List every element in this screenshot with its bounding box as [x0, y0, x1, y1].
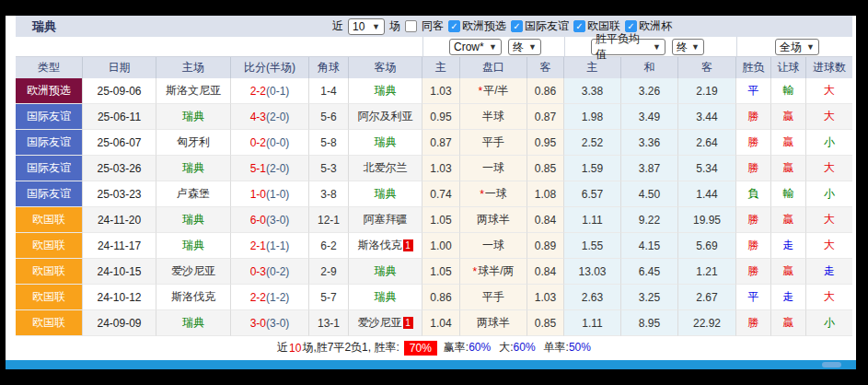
avg-state-select[interactable]: 终 ▼: [672, 39, 704, 55]
same-away-label[interactable]: 同客: [422, 18, 444, 34]
cell-result-wdl: 勝: [736, 207, 771, 233]
bookmaker-select[interactable]: Crow* ▼: [449, 39, 502, 55]
handicap-star: *: [478, 85, 482, 98]
cell-date: 24-11-20: [83, 207, 156, 233]
team-title: 瑞典: [16, 18, 56, 35]
cell-result-goals: 大: [806, 78, 852, 104]
filter-label[interactable]: 欧洲预选: [462, 18, 506, 34]
scope-select[interactable]: 全场 ▼: [775, 39, 819, 55]
col-handicap: 盘口: [460, 57, 527, 78]
handicap-text: 平手: [482, 289, 504, 305]
cell-type: 国际友谊: [16, 156, 83, 181]
cell-result-goals: 小: [806, 310, 852, 336]
cell-away: 瑞典: [349, 259, 422, 285]
handicap-rate: 赢率:60%: [444, 340, 491, 356]
cell-odds-home: 1.05: [422, 207, 460, 233]
bookmaker-state-select[interactable]: 终 ▼: [508, 39, 541, 55]
cell-avg-win: 2.52: [564, 130, 621, 156]
home-team-name: 爱沙尼亚: [171, 263, 215, 279]
cell-type: 欧国联: [16, 207, 83, 233]
away-team-name: 斯洛伐克: [358, 238, 402, 253]
competition-type-badge: 国际友谊: [16, 104, 82, 129]
cell-avg-lose: 5.34: [678, 156, 736, 181]
cell-home: 斯洛伐克: [156, 285, 231, 310]
cell-result-handicap: 走: [771, 285, 806, 310]
cell-odds-away: 0.85: [527, 310, 564, 336]
cell-handicap: *两球半: [460, 310, 527, 336]
cell-result-goals: 小: [806, 181, 852, 207]
half-time-score: (1-0): [266, 188, 289, 201]
cell-result-handicap: 贏: [771, 156, 806, 181]
cell-result-goals: 大: [806, 233, 852, 259]
half-time-score: (2-0): [266, 111, 289, 123]
filter-friendly[interactable]: ✓ 国际友谊: [511, 18, 569, 34]
cell-result-handicap: 贏: [771, 310, 806, 336]
cell-avg-draw: 3.87: [621, 156, 678, 181]
cell-corner: 13-1: [309, 310, 349, 336]
full-time-score: 6-0: [250, 214, 266, 227]
cell-score: 6-0(3-0): [231, 207, 309, 233]
cell-odds-away: 0.84: [527, 259, 564, 285]
cell-result-goals: 小: [806, 130, 852, 156]
home-team-name: 斯洛伐克: [171, 289, 215, 305]
summary-footer: 近10场,胜7平2负1, 胜率: 70% 赢率:60% 大:60% 单率:50%: [16, 336, 852, 359]
cell-odds-home: 0.74: [422, 181, 460, 207]
cell-handicap: *平手: [460, 285, 527, 310]
scope-value: 全场: [780, 40, 802, 55]
checkbox-checked-icon[interactable]: ✓: [448, 20, 460, 32]
full-time-score: 1-0: [250, 188, 266, 201]
handicap-text: 平手: [482, 134, 504, 150]
cell-corner: 6-2: [309, 233, 349, 259]
cell-avg-lose: 5.69: [678, 233, 736, 259]
avg-odds-value: 胜平负均值: [596, 31, 650, 63]
checkbox-checked-icon[interactable]: ✓: [573, 20, 585, 32]
cell-avg-win: 1.55: [564, 233, 621, 259]
cell-odds-away: 1.08: [527, 181, 564, 207]
cell-avg-lose: 19.95: [678, 207, 736, 233]
cell-odds-away: 0.84: [527, 207, 564, 233]
col-home: 主场: [156, 57, 231, 78]
cell-date: 25-06-07: [83, 130, 156, 156]
cell-away: 阿塞拜疆: [349, 207, 422, 233]
cell-result-goals: 大: [806, 156, 852, 181]
competition-type-badge: 国际友谊: [16, 181, 82, 206]
cell-date: 25-09-06: [83, 78, 156, 104]
filter-label[interactable]: 国际友谊: [525, 18, 569, 34]
cell-date: 25-03-26: [83, 156, 156, 181]
away-team-name: 爱沙尼亚: [358, 315, 402, 331]
home-team-name: 瑞典: [182, 109, 204, 124]
cell-avg-win: 3.38: [564, 78, 621, 104]
filter-euro-qualifier[interactable]: ✓ 欧洲预选: [448, 18, 506, 34]
cell-avg-lose: 22.92: [678, 310, 736, 336]
divider: [564, 37, 565, 56]
cell-home: 瑞典: [156, 104, 231, 130]
cell-result-handicap: 走: [771, 233, 806, 259]
scrollbar-thumb[interactable]: [822, 362, 841, 368]
cell-result-handicap: 贏: [771, 207, 806, 233]
away-team-name: 瑞典: [375, 289, 397, 305]
away-team-name: 瑞典: [375, 134, 397, 150]
cell-away: 爱沙尼亚 1: [349, 310, 422, 336]
home-team-name: 瑞典: [182, 315, 204, 331]
cell-corner: 12-1: [309, 207, 349, 233]
cell-type: 欧国联: [16, 310, 83, 336]
checkbox-checked-icon[interactable]: ✓: [511, 20, 523, 32]
full-time-score: 2-2: [250, 291, 266, 304]
cell-date: 24-10-12: [83, 285, 156, 310]
competition-type-badge: 国际友谊: [16, 130, 82, 155]
cell-odds-away: 0.85: [527, 156, 564, 181]
avg-odds-select[interactable]: 胜平负均值 ▼: [591, 39, 665, 55]
cell-odds-home: 0.87: [422, 130, 460, 156]
competition-type-badge: 欧国联: [16, 233, 82, 258]
cell-result-wdl: 平: [736, 78, 771, 104]
cell-avg-win: 6.57: [564, 181, 621, 207]
cell-score: 4-3(2-0): [231, 104, 309, 130]
handicap-text: 一球: [482, 160, 504, 176]
same-away-checkbox[interactable]: [405, 20, 417, 32]
half-time-score: (1-2): [266, 291, 289, 304]
cell-result-wdl: 勝: [736, 130, 771, 156]
cell-away: 瑞典: [349, 78, 422, 104]
recent-count-select[interactable]: 10 ▼: [348, 18, 385, 35]
cell-handicap: *一球: [460, 181, 527, 207]
cell-result-wdl: 勝: [736, 233, 771, 259]
